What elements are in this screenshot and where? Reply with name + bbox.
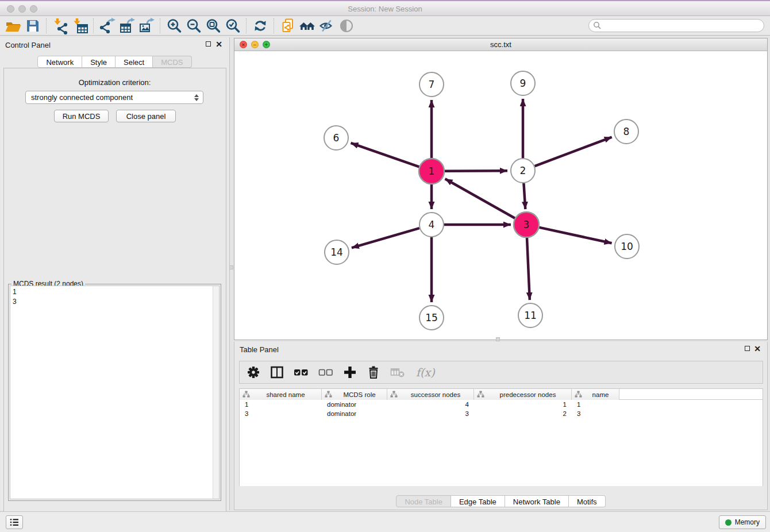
table-panel-close-icon[interactable]: ✕ xyxy=(754,344,761,354)
table-header-row: shared nameMCDS rolesuccessor nodesprede… xyxy=(240,389,763,400)
column-header-shared-name[interactable]: shared name xyxy=(240,389,322,400)
apply-layout-button[interactable] xyxy=(251,17,270,34)
plus-icon xyxy=(343,365,357,379)
column-header-successor-nodes[interactable]: successor nodes xyxy=(387,389,474,400)
memory-button[interactable]: Memory xyxy=(719,515,766,529)
graph-node-3[interactable]: 3 xyxy=(514,212,539,237)
splitter-grip-left[interactable] xyxy=(229,265,233,269)
column-header-name[interactable]: name xyxy=(572,389,619,400)
zoom-in-icon xyxy=(165,17,183,34)
task-history-button[interactable] xyxy=(6,515,23,529)
table-cell: dominator xyxy=(322,410,387,417)
run-mcds-button[interactable]: Run MCDS xyxy=(54,110,109,122)
deselect-all-icon xyxy=(318,365,333,379)
svg-text:14: 14 xyxy=(330,246,343,258)
graph-node-4[interactable]: 4 xyxy=(419,213,444,237)
column-header-predecessor-nodes[interactable]: predecessor nodes xyxy=(474,389,572,400)
save-session-button[interactable] xyxy=(23,17,43,34)
result-scrollbar[interactable] xyxy=(213,286,219,499)
graph-edge-2-3[interactable] xyxy=(523,183,525,209)
svg-text:2: 2 xyxy=(520,165,526,176)
search-icon xyxy=(593,21,602,30)
graph-node-11[interactable]: 11 xyxy=(518,303,542,327)
show-all-button[interactable] xyxy=(337,17,356,34)
mcds-result-textarea[interactable]: 1 3 xyxy=(10,286,220,499)
import-table-button[interactable] xyxy=(70,17,90,34)
close-panel-button[interactable]: Close panel xyxy=(116,110,176,122)
column-type-icon xyxy=(575,391,582,398)
table-row[interactable]: 3dominator323 xyxy=(240,409,763,418)
control-panel-float-icon[interactable] xyxy=(206,41,211,47)
export-image-button[interactable] xyxy=(137,17,156,34)
tab-network[interactable]: Network xyxy=(37,56,82,68)
graph-node-10[interactable]: 10 xyxy=(615,234,639,259)
graph-node-8[interactable]: 8 xyxy=(614,119,638,144)
tab-motifs[interactable]: Motifs xyxy=(569,495,606,507)
network-from-file-button[interactable] xyxy=(278,17,298,34)
graph-edge-3-1[interactable] xyxy=(445,179,515,218)
mcds-result-group: MCDS result (2 nodes) 1 3 xyxy=(8,284,221,501)
open-folder-icon xyxy=(5,17,22,34)
export-network-icon xyxy=(99,17,116,34)
graph-node-9[interactable]: 9 xyxy=(511,71,535,95)
tab-select[interactable]: Select xyxy=(116,56,153,68)
table-cell: 3 xyxy=(387,410,474,417)
zoom-out-button[interactable] xyxy=(184,17,203,34)
splitter-grip-bottom[interactable] xyxy=(496,337,500,341)
delete-row-button[interactable] xyxy=(367,365,380,379)
zoom-fit-button[interactable] xyxy=(203,17,223,34)
tab-mcds[interactable]: MCDS xyxy=(153,56,191,68)
graph-node-14[interactable]: 14 xyxy=(325,240,349,264)
graph-node-7[interactable]: 7 xyxy=(419,72,444,97)
table-cell: 1 xyxy=(572,401,619,408)
hide-selected-button[interactable] xyxy=(317,17,337,34)
graph-node-15[interactable]: 15 xyxy=(419,306,444,330)
table-panel-title: Table Panel xyxy=(240,345,279,354)
table-row[interactable]: 1dominator411 xyxy=(240,400,763,409)
table-cell: 4 xyxy=(387,401,474,408)
zoom-in-button[interactable] xyxy=(164,17,184,34)
graph-edge-3-11[interactable] xyxy=(527,237,530,300)
graph-edge-2-8[interactable] xyxy=(535,137,612,167)
graph-node-6[interactable]: 6 xyxy=(324,126,348,150)
gear-icon xyxy=(247,365,260,379)
function-builder-button[interactable]: f(x) xyxy=(416,366,435,379)
graph-edge-4-14[interactable] xyxy=(352,228,419,248)
graph-edge-3-10[interactable] xyxy=(538,228,611,244)
table-panel-header: Table Panel ✕ xyxy=(234,342,767,357)
tab-edge-table[interactable]: Edge Table xyxy=(451,495,505,507)
select-all-button[interactable] xyxy=(294,365,309,379)
tab-style[interactable]: Style xyxy=(82,56,116,68)
open-session-button[interactable] xyxy=(3,17,23,34)
table-panel-float-icon[interactable] xyxy=(745,346,750,351)
graph-node-2[interactable]: 2 xyxy=(511,159,535,183)
network-graph-canvas[interactable]: 7968124314101511 xyxy=(234,51,767,340)
columns-icon xyxy=(270,365,284,379)
add-row-button[interactable] xyxy=(343,365,357,379)
optimization-criterion-label: Optimization criterion: xyxy=(0,78,229,87)
node-table[interactable]: shared nameMCDS rolesuccessor nodesprede… xyxy=(239,388,763,486)
deselect-all-button[interactable] xyxy=(318,365,333,379)
zoom-selected-button[interactable] xyxy=(223,17,242,34)
dropdown-stepper-icon xyxy=(194,94,199,101)
graph-edge-1-2[interactable] xyxy=(444,171,507,171)
column-header-mcds-role[interactable]: MCDS role xyxy=(322,389,387,400)
search-input[interactable] xyxy=(588,19,764,32)
criterion-dropdown[interactable]: strongly connected component xyxy=(25,91,203,104)
graph-edge-1-6[interactable] xyxy=(351,143,419,167)
window-title: Session: New Session xyxy=(0,5,770,13)
home-button[interactable] xyxy=(298,17,317,34)
table-settings-button[interactable] xyxy=(247,365,260,379)
tab-node-table[interactable]: Node Table xyxy=(396,495,451,507)
show-columns-button[interactable] xyxy=(270,365,284,379)
delete-table-button[interactable] xyxy=(390,366,405,379)
control-panel-close-icon[interactable]: ✕ xyxy=(215,39,222,49)
export-table-button[interactable] xyxy=(117,17,137,34)
export-network-button[interactable] xyxy=(98,17,117,34)
graph-node-1[interactable]: 1 xyxy=(419,159,444,184)
import-network-button[interactable] xyxy=(51,17,70,34)
svg-text:3: 3 xyxy=(523,219,530,230)
table-cell: 3 xyxy=(240,410,322,417)
tab-network-table[interactable]: Network Table xyxy=(505,495,569,507)
network-window-titlebar[interactable]: × − + scc.txt xyxy=(234,38,767,51)
